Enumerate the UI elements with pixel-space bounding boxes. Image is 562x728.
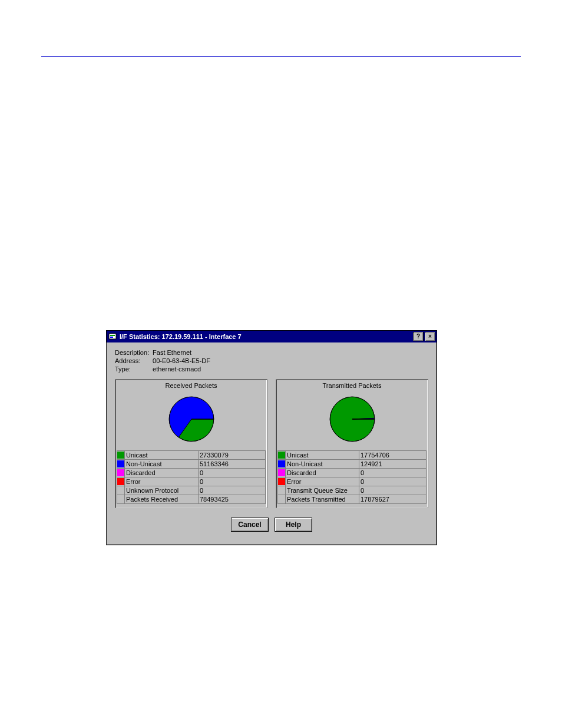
page-divider [41,56,521,57]
received-title: Received Packets [117,381,266,391]
received-panel: Received Packets Unicast27330079Non-Unic… [115,379,267,508]
stat-row: Non-Unicast124921 [278,460,427,469]
stat-row: Packets Transmitted17879627 [278,495,427,504]
stat-label: Unicast [125,451,199,460]
color-swatch-cell [117,460,125,469]
transmitted-title: Transmitted Packets [277,381,427,391]
svg-rect-0 [109,334,116,339]
window-title: I/F Statistics: 172.19.59.111 - Interfac… [120,333,412,340]
address-value: 00-E0-63-4B-E5-DF [153,357,214,365]
color-swatch [117,469,124,476]
type-value: ethernet-csmacd [153,365,214,373]
color-swatch-cell [278,469,286,477]
address-label: Address: [115,357,153,365]
color-swatch-cell [278,477,286,486]
stat-label: Transmit Queue Size [286,486,359,495]
stat-row: Discarded0 [117,469,266,477]
stat-row: Packets Received78493425 [117,495,266,504]
color-swatch [278,478,285,485]
received-stats-table: Unicast27330079Non-Unicast51163346Discar… [117,450,266,504]
svg-rect-1 [110,335,115,336]
stat-row: Transmit Queue Size0 [278,486,427,495]
description-label: Description: [115,348,153,357]
stat-row: Error0 [117,477,266,486]
help-button[interactable]: ? [413,332,424,341]
description-value: Fast Ethernet [153,348,214,357]
stat-label: Unknown Protocol [125,486,199,495]
transmitted-stats-table: Unicast17754706Non-Unicast124921Discarde… [277,450,427,504]
stat-row: Discarded0 [278,469,427,477]
color-swatch-cell [278,460,286,469]
stat-label: Error [286,477,359,486]
color-swatch-cell [278,451,286,460]
stat-value: 27330079 [199,451,266,460]
app-icon [108,332,117,341]
stat-value: 0 [359,486,427,495]
stat-label: Unicast [286,451,359,460]
stat-label: Packets Received [125,495,199,504]
color-swatch-cell [117,469,125,477]
color-swatch [117,452,124,459]
color-swatch-cell [117,451,125,460]
stat-value: 51163346 [199,460,266,469]
stat-value: 17754706 [359,451,427,460]
stat-value: 17879627 [359,495,427,504]
color-swatch [278,460,285,467]
interface-info: Description: Fast Ethernet Address: 00-E… [115,348,214,373]
color-swatch [117,478,124,485]
color-swatch-cell [278,486,286,495]
close-button[interactable]: × [425,332,435,341]
color-swatch-cell [278,495,286,504]
stat-value: 78493425 [199,495,266,504]
stat-value: 0 [359,477,427,486]
if-statistics-window: I/F Statistics: 172.19.59.111 - Interfac… [106,330,437,545]
color-swatch [278,452,285,459]
stat-label: Packets Transmitted [286,495,359,504]
stat-label: Discarded [125,469,199,477]
cancel-button[interactable]: Cancel [231,518,269,532]
stat-label: Discarded [286,469,359,477]
transmitted-panel: Transmitted Packets Unicast17754706Non-U… [276,379,428,508]
stat-row: Unknown Protocol0 [117,486,266,495]
stat-row: Unicast17754706 [278,451,427,460]
color-swatch-cell [117,486,125,495]
client-area: Description: Fast Ethernet Address: 00-E… [107,342,437,545]
stat-row: Error0 [278,477,427,486]
stat-value: 0 [199,469,266,477]
stat-value: 0 [199,477,266,486]
type-label: Type: [115,365,153,373]
titlebar[interactable]: I/F Statistics: 172.19.59.111 - Interfac… [107,331,437,342]
svg-rect-2 [110,337,113,338]
stat-label: Non-Unicast [125,460,199,469]
stat-label: Error [125,477,199,486]
color-swatch [117,460,124,467]
stat-label: Non-Unicast [286,460,359,469]
stat-row: Non-Unicast51163346 [117,460,266,469]
stat-row: Unicast27330079 [117,451,266,460]
color-swatch-cell [117,495,125,504]
transmitted-pie-chart [326,393,379,446]
help-button-bottom[interactable]: Help [275,518,312,532]
stat-value: 0 [359,469,427,477]
color-swatch [278,469,285,476]
stat-value: 124921 [359,460,427,469]
stat-value: 0 [199,486,266,495]
received-pie-chart [165,393,218,446]
color-swatch-cell [117,477,125,486]
